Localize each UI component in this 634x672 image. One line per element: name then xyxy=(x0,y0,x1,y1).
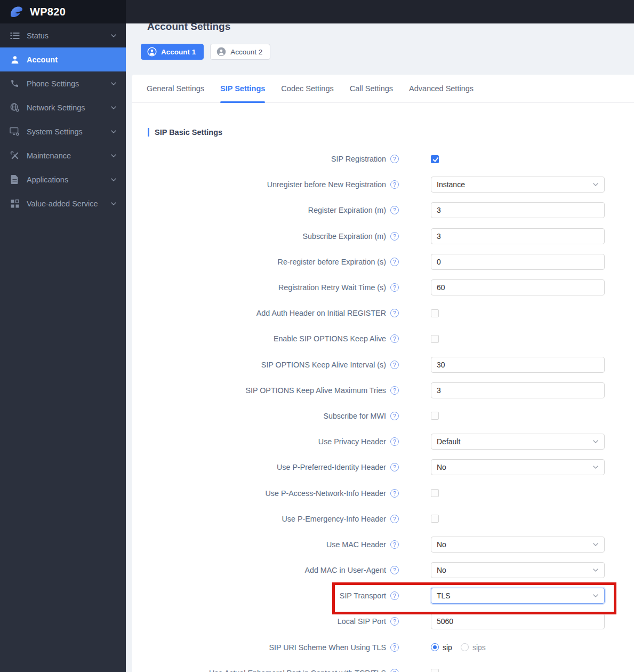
sidebar-item-network-settings[interactable]: Network Settings xyxy=(0,95,126,119)
chevron-down-icon xyxy=(593,569,598,572)
sip-transport-select[interactable]: TLS xyxy=(431,588,605,604)
help-icon[interactable]: ? xyxy=(390,334,399,343)
status-list-icon xyxy=(10,30,20,41)
sidebar-item-system-settings[interactable]: System Settings xyxy=(0,119,126,143)
chevron-down-icon xyxy=(111,178,116,181)
help-icon[interactable]: ? xyxy=(390,155,399,163)
sidebar-item-maintenance[interactable]: Maintenance xyxy=(0,143,126,167)
use-p-preferred-identity-header-select[interactable]: No xyxy=(431,459,605,475)
page-title: Account Settings xyxy=(147,23,634,34)
sidebar-item-label: Phone Settings xyxy=(27,79,79,88)
topbar-spacer xyxy=(126,0,634,23)
help-icon[interactable]: ? xyxy=(390,669,399,672)
radio-circle[interactable] xyxy=(431,643,439,651)
use-privacy-header-select[interactable]: Default xyxy=(431,434,605,450)
help-icon[interactable]: ? xyxy=(390,463,399,471)
radio-circle[interactable] xyxy=(461,643,469,651)
field-control-cell: TLS xyxy=(431,588,605,604)
help-icon[interactable]: ? xyxy=(390,540,399,549)
account-button-label: Account 2 xyxy=(230,48,262,56)
help-icon[interactable]: ? xyxy=(390,617,399,626)
field-label: SIP OPTIONS Keep Alive Maximum Tries xyxy=(245,386,386,395)
sidebar-item-label: System Settings xyxy=(27,127,83,136)
field-label: Use P-Access-Network-Info Header xyxy=(266,489,386,498)
account-1-button[interactable]: Account 1 xyxy=(141,44,204,60)
help-icon[interactable]: ? xyxy=(390,180,399,189)
sidebar-item-phone-settings[interactable]: Phone Settings xyxy=(0,71,126,95)
field-label-cell: SIP Transport? xyxy=(132,591,399,600)
radio-option-sips[interactable]: sips xyxy=(461,643,486,652)
section-title: SIP Basic Settings xyxy=(155,128,222,137)
sip-options-keep-alive-interval-input[interactable]: 30 xyxy=(431,357,605,373)
form-row-enable-sip-options-keep-alive: Enable SIP OPTIONS Keep Alive? xyxy=(132,326,634,351)
tab-call-settings[interactable]: Call Settings xyxy=(350,75,393,102)
help-icon[interactable]: ? xyxy=(390,591,399,600)
section-header: SIP Basic Settings xyxy=(148,127,634,138)
select-value: No xyxy=(437,540,446,549)
help-icon[interactable]: ? xyxy=(390,437,399,446)
unregister-before-new-registration-select[interactable]: Instance xyxy=(431,177,605,193)
help-icon[interactable]: ? xyxy=(390,489,399,498)
use-mac-header-select[interactable]: No xyxy=(431,537,605,553)
help-icon[interactable]: ? xyxy=(390,412,399,420)
help-icon[interactable]: ? xyxy=(390,258,399,266)
field-control-cell: 3 xyxy=(431,202,605,218)
field-label: Subscribe for MWI xyxy=(323,412,386,420)
form-row-sip-options-keep-alive-interval: SIP OPTIONS Keep Alive Interval (s)?30 xyxy=(132,352,634,378)
add-auth-header-on-initial-register-checkbox[interactable] xyxy=(431,309,439,317)
help-icon[interactable]: ? xyxy=(390,643,399,652)
field-label: Use P-Preferred-Identity Header xyxy=(277,463,386,471)
sidebar-item-value-added-service[interactable]: Value-added Service xyxy=(0,191,126,215)
field-control-cell: Instance xyxy=(431,177,605,193)
main-content: Account Settings Account 1Account 2 Gene… xyxy=(126,23,634,672)
sidebar-item-label: Network Settings xyxy=(27,103,85,112)
field-label-cell: Use P-Access-Network-Info Header? xyxy=(132,489,399,498)
use-p-access-network-info-header-checkbox[interactable] xyxy=(431,489,439,497)
sip-options-keep-alive-maximum-tries-input[interactable]: 3 xyxy=(431,382,605,398)
form-row-subscribe-for-mwi: Subscribe for MWI? xyxy=(132,403,634,429)
select-value: Default xyxy=(437,437,460,446)
re-register-before-expiration-input[interactable]: 0 xyxy=(431,254,605,270)
enable-sip-options-keep-alive-checkbox[interactable] xyxy=(431,335,439,343)
tab-general-settings[interactable]: General Settings xyxy=(147,75,204,102)
form-row-local-sip-port: Local SIP Port?5060 xyxy=(132,609,634,634)
field-label: Enable SIP OPTIONS Keep Alive xyxy=(274,334,386,343)
register-expiration-input[interactable]: 3 xyxy=(431,202,605,218)
tab-advanced-settings[interactable]: Advanced Settings xyxy=(409,75,474,102)
use-actual-ephemeral-port-checkbox[interactable] xyxy=(431,669,439,672)
add-mac-in-user-agent-select[interactable]: No xyxy=(431,562,605,578)
field-control-cell xyxy=(431,335,605,343)
chevron-down-icon xyxy=(111,106,116,109)
tab-codec-settings[interactable]: Codec Settings xyxy=(281,75,333,102)
form-row-add-mac-in-user-agent: Add MAC in User-Agent?No xyxy=(132,557,634,583)
help-icon[interactable]: ? xyxy=(390,515,399,523)
subscribe-for-mwi-checkbox[interactable] xyxy=(431,412,439,420)
help-icon[interactable]: ? xyxy=(390,361,399,369)
field-control-cell xyxy=(431,412,605,420)
field-label-cell: SIP OPTIONS Keep Alive Interval (s)? xyxy=(132,361,399,369)
help-icon[interactable]: ? xyxy=(390,386,399,395)
sip-registration-checkbox[interactable] xyxy=(431,155,439,163)
help-icon[interactable]: ? xyxy=(390,232,399,241)
form-row-subscribe-expiration: Subscribe Expiration (m)?3 xyxy=(132,223,634,249)
sidebar-item-status[interactable]: Status xyxy=(0,23,126,47)
sidebar-item-applications[interactable]: Applications xyxy=(0,167,126,191)
sidebar-item-account[interactable]: Account xyxy=(0,47,126,71)
subscribe-expiration-input[interactable]: 3 xyxy=(431,228,605,244)
field-label-cell: Registration Retry Wait Time (s)? xyxy=(132,283,399,292)
help-icon[interactable]: ? xyxy=(390,566,399,574)
use-p-emergency-info-header-checkbox[interactable] xyxy=(431,515,439,523)
chevron-down-icon xyxy=(593,183,598,186)
field-label-cell: Unregister before New Registration? xyxy=(132,180,399,189)
tab-sip-settings[interactable]: SIP Settings xyxy=(220,75,265,102)
radio-option-sip[interactable]: sip xyxy=(431,643,452,652)
help-icon[interactable]: ? xyxy=(390,206,399,214)
document-icon xyxy=(10,174,20,185)
registration-retry-wait-time-input[interactable]: 60 xyxy=(431,279,605,295)
field-label-cell: Local SIP Port? xyxy=(132,617,399,626)
account-2-button[interactable]: Account 2 xyxy=(210,44,270,60)
sidebar-item-label: Status xyxy=(27,31,49,40)
help-icon[interactable]: ? xyxy=(390,283,399,292)
local-sip-port-input[interactable]: 5060 xyxy=(431,613,605,629)
help-icon[interactable]: ? xyxy=(390,309,399,317)
